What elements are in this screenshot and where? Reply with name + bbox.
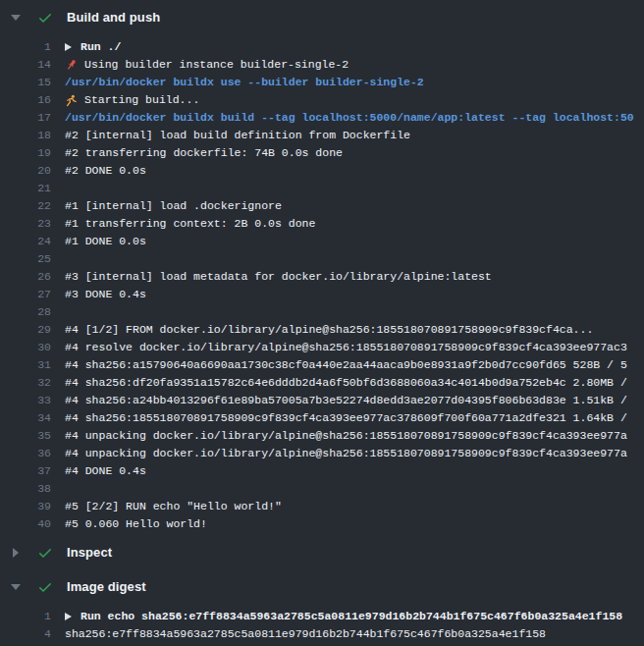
line-number[interactable]: 37 [0, 462, 65, 480]
log-line: 28 [0, 303, 644, 321]
log-line-text: #4 sha256:a24bb4013296f61e89ba57005a7b3e… [65, 392, 627, 409]
log-line-text: #5 0.060 Hello world! [65, 515, 207, 533]
log-line: 25 [0, 250, 644, 268]
log-line: 15/usr/bin/docker buildx use --builder b… [0, 74, 644, 91]
log-line: 21 [0, 180, 644, 197]
log-line: 38 [0, 480, 644, 498]
log-line-text: Starting build... [84, 91, 199, 109]
line-number[interactable]: 33 [0, 392, 65, 409]
line-number[interactable]: 25 [0, 250, 65, 268]
log-line-content: #3 [internal] load metadata for docker.i… [65, 268, 644, 286]
check-icon [37, 579, 53, 595]
line-number[interactable]: 40 [0, 515, 65, 533]
log-line-content: #2 [internal] load build definition from… [65, 127, 644, 144]
section-build-and-push: Build and push 1Run ./14Using builder in… [0, 0, 644, 535]
log-line-text: #4 sha256:185518070891758909c9f839cf4ca3… [65, 409, 627, 427]
line-number[interactable]: 14 [0, 56, 65, 74]
line-number[interactable]: 32 [0, 374, 65, 392]
line-number[interactable]: 34 [0, 409, 65, 427]
line-number[interactable]: 17 [0, 109, 65, 127]
line-number[interactable]: 21 [0, 180, 65, 197]
line-number[interactable]: 29 [0, 321, 65, 339]
log-line-content: #3 DONE 0.4s [65, 286, 644, 303]
chevron-down-icon[interactable] [8, 584, 24, 590]
log-line-text: #4 sha256:a15790640a6690aa1730c38cf0a440… [65, 356, 627, 374]
log-line-content: /usr/bin/docker buildx build --tag local… [65, 109, 644, 127]
log-line: 33#4 sha256:a24bb4013296f61e89ba57005a7b… [0, 392, 644, 409]
section-header-image-digest[interactable]: Image digest [0, 569, 644, 604]
log-line-text: /usr/bin/docker buildx build --tag local… [65, 109, 634, 127]
log-line: 24#1 DONE 0.0s [0, 233, 644, 250]
log-line: 17/usr/bin/docker buildx build --tag loc… [0, 109, 644, 127]
log-line-text: #2 transferring dockerfile: 74B 0.0s don… [65, 144, 343, 162]
line-number[interactable]: 22 [0, 197, 65, 215]
log-line-text: #3 [internal] load metadata for docker.i… [65, 268, 492, 286]
log-line: 29#4 [1/2] FROM docker.io/library/alpine… [0, 321, 644, 339]
log-line: 36#4 unpacking docker.io/library/alpine@… [0, 445, 644, 462]
line-number[interactable]: 16 [0, 91, 65, 109]
log-line: 20#2 DONE 0.0s [0, 162, 644, 180]
line-number[interactable]: 23 [0, 215, 65, 233]
line-number[interactable]: 20 [0, 162, 65, 180]
line-number[interactable]: 19 [0, 144, 65, 162]
log-line-content: Run ./ [65, 38, 644, 56]
line-number[interactable]: 35 [0, 427, 65, 445]
log-line-content: #2 transferring dockerfile: 74B 0.0s don… [65, 144, 644, 162]
line-number[interactable]: 1 [0, 38, 65, 56]
chevron-down-icon[interactable] [8, 15, 24, 21]
line-number[interactable]: 28 [0, 303, 65, 321]
log-line: 4sha256:e7ff8834a5963a2785c5a0811e979d16… [0, 625, 644, 643]
log-line-text: #3 DONE 0.4s [65, 286, 146, 303]
log-line-text: #1 transferring context: 2B 0.0s done [65, 215, 315, 233]
line-number[interactable]: 38 [0, 480, 65, 498]
log-line-text: #1 DONE 0.0s [65, 233, 146, 250]
section-header-build-and-push[interactable]: Build and push [0, 0, 644, 34]
log-line: 27#3 DONE 0.4s [0, 286, 644, 303]
line-number[interactable]: 18 [0, 127, 65, 144]
log-line: 16Starting build... [0, 91, 644, 109]
log-line-content: #5 0.060 Hello world! [65, 515, 644, 533]
log-line: 39#5 [2/2] RUN echo "Hello world!" [0, 498, 644, 515]
log-line-content: /usr/bin/docker buildx use --builder bui… [65, 74, 644, 91]
log-line: 37#4 DONE 0.4s [0, 462, 644, 480]
line-number[interactable]: 27 [0, 286, 65, 303]
log-line-text: Run echo sha256:e7ff8834a5963a2785c5a081… [80, 608, 622, 625]
check-icon [37, 10, 53, 26]
log-line: 31#4 sha256:a15790640a6690aa1730c38cf0a4… [0, 356, 644, 374]
chevron-right-icon[interactable] [8, 548, 24, 558]
log-line-content: #2 DONE 0.0s [65, 162, 644, 180]
line-number[interactable]: 1 [0, 608, 65, 625]
log-line: 1Run ./ [0, 38, 644, 56]
line-number[interactable]: 30 [0, 339, 65, 356]
log-line-text: #4 sha256:df20fa9351a15782c64e6dddb2d4a6… [65, 374, 627, 392]
line-number[interactable]: 4 [0, 625, 65, 643]
check-icon [37, 545, 53, 561]
log-line-content: #4 [1/2] FROM docker.io/library/alpine@s… [65, 321, 644, 339]
log-line-content: #4 sha256:a24bb4013296f61e89ba57005a7b3e… [65, 392, 644, 409]
log-line-content: #5 [2/2] RUN echo "Hello world!" [65, 498, 644, 515]
runner-icon [65, 94, 78, 107]
section-header-inspect[interactable]: Inspect [0, 535, 644, 569]
log-line-content: #4 DONE 0.4s [65, 462, 644, 480]
log-line-content: #4 unpacking docker.io/library/alpine@sh… [65, 427, 644, 445]
log-line: 23#1 transferring context: 2B 0.0s done [0, 215, 644, 233]
log-line-content: #4 sha256:185518070891758909c9f839cf4ca3… [65, 409, 644, 427]
log-line-text: #4 unpacking docker.io/library/alpine@sh… [65, 427, 627, 445]
log-line: 34#4 sha256:185518070891758909c9f839cf4c… [0, 409, 644, 427]
log-group-expander-icon[interactable] [65, 613, 72, 620]
line-number[interactable]: 39 [0, 498, 65, 515]
log-line: 22#1 [internal] load .dockerignore [0, 197, 644, 215]
section-title: Build and push [67, 10, 160, 25]
line-number[interactable]: 24 [0, 233, 65, 250]
log-line-content: #4 sha256:df20fa9351a15782c64e6dddb2d4a6… [65, 374, 644, 392]
log-line-text: #4 unpacking docker.io/library/alpine@sh… [65, 445, 627, 462]
log-line-content: #4 unpacking docker.io/library/alpine@sh… [65, 445, 644, 462]
log-line-text: #2 [internal] load build definition from… [65, 127, 410, 144]
log-group-expander-icon[interactable] [65, 43, 72, 51]
line-number[interactable]: 26 [0, 268, 65, 286]
log-line: 14Using builder instance builder-single-… [0, 56, 644, 74]
line-number[interactable]: 36 [0, 445, 65, 462]
line-number[interactable]: 31 [0, 356, 65, 374]
line-number[interactable]: 15 [0, 74, 65, 91]
log-line-content: #1 [internal] load .dockerignore [65, 197, 644, 215]
